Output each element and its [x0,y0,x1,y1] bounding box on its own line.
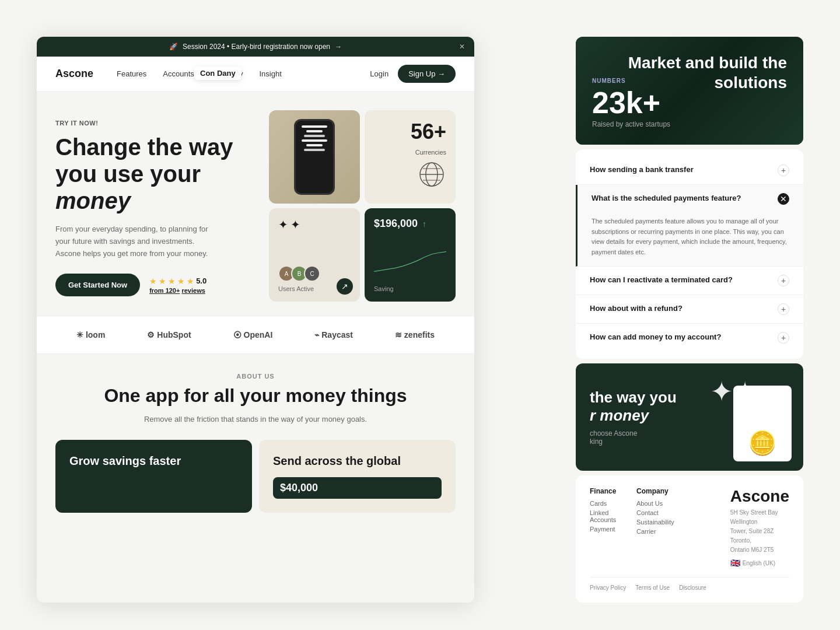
terms-link[interactable]: Terms of Use [635,584,670,591]
hero-tag: TRY IT NOW! [55,120,255,127]
faq-toggle-1[interactable]: + [778,164,789,176]
partner-openai: ⦿ OpenAI [233,330,273,340]
currencies-number: 56+ [411,120,446,144]
card-users: ✦ ✦ A B C Users Active ↗ [269,208,360,302]
mid-banner-text: the way you r money choose Ascone king [590,388,677,446]
faq-toggle-3[interactable]: + [778,275,789,286]
users-label: Users Active [278,285,314,292]
faq-toggle-4[interactable]: + [778,303,789,315]
about-description: Remove all the friction that stands in t… [139,414,372,426]
star-1: ★ [149,276,157,286]
privacy-policy-link[interactable]: Privacy Policy [590,584,626,591]
rating-block: ★ ★ ★ ★ ★ 5.0 from 120+ reviews [149,276,206,294]
footer-link-linked[interactable]: Linked Accounts [590,509,627,523]
login-button[interactable]: Login [370,69,388,78]
partners-bar: ✳ loom ⚙ HubSpot ⦿ OpenAI ⌁ Raycast ≋ ze… [37,316,474,354]
globe-icon [417,160,446,194]
screen-line-6 [304,149,325,151]
language-badge[interactable]: 🇬🇧 English (UK) [730,558,789,568]
stars: ★ ★ ★ ★ ★ 5.0 [149,276,206,286]
disclosure-link[interactable]: Disclosure [679,584,706,591]
footer-col-finance: Finance Cards Linked Accounts Payment [590,487,627,568]
faq-section: How sending a bank transfer + What is th… [576,149,803,358]
partner-zenefits: ≋ zenefits [395,330,435,340]
rating-sub: from 120+ reviews [149,287,206,294]
footer-logo: Ascone [730,487,789,506]
sparkle-icons: ✦ ✦ [278,218,300,232]
coins-icon: 🪙 [748,429,777,457]
hero-left: TRY IT NOW! Change the way you use your … [55,110,255,302]
faq-toggle-2[interactable]: ✕ [778,193,789,205]
faq-question-5: How can add money to my account? [590,332,771,342]
rating-score: 5.0 [196,276,206,285]
hero-section: TRY IT NOW! Change the way you use your … [37,92,474,316]
get-started-button[interactable]: Get Started Now [55,274,140,296]
faq-item-2: What is the scheduled payments feature? … [576,185,803,266]
hero-cards: 56+ Currencies ✦ ✦ [269,110,456,302]
up-arrow-icon: ↑ [422,219,426,229]
about-title: One app for all your money things [55,384,456,407]
hero-title: Change the way you use your money [55,134,255,214]
faq-item-1: How sending a bank transfer + [576,156,803,185]
screen-line-5 [306,144,323,146]
mid-banner: the way you r money choose Ascone king ✦… [576,363,803,471]
footer-link-payment[interactable]: Payment [590,526,627,533]
nav-links: Features Accounts Company Insight [117,69,370,78]
card-currencies: 56+ Currencies [365,110,456,204]
faq-question-2: What is the scheduled payments feature? [592,193,778,205]
star-4: ★ [177,276,185,286]
sparkle-1: ✦ [278,218,288,232]
footer-address: 5H Sky Street Bay WellingtonTower, Suite… [730,508,789,555]
feature-savings-title: Grow savings faster [69,454,238,468]
partner-raycast: ⌁ Raycast [314,330,353,340]
star-5: ★ [187,276,194,286]
reviews-link[interactable]: reviews [181,287,205,294]
faq-item-4: How about with a refund? + [576,295,803,324]
nav-insight[interactable]: Insight [259,69,281,78]
footer-link-about[interactable]: About Us [636,500,674,507]
right-panel: Market and build the solutions NUMBERS 2… [576,37,803,603]
hero-description: From your everyday spending, to planning… [55,223,219,260]
feature-send-title: Send across the global [273,454,442,468]
mid-banner-subtitle-1: choose Ascone [590,429,677,438]
user-avatars: A B C [278,265,317,282]
footer-link-contact[interactable]: Contact [636,509,674,516]
card-phone [269,110,360,204]
announcement-text: Session 2024 • Early-bird registration n… [183,43,330,51]
faq-toggle-5[interactable]: + [778,332,789,344]
nav-features[interactable]: Features [117,69,146,78]
cta-row: Get Started Now ★ ★ ★ ★ ★ 5.0 from 120+ … [55,274,255,296]
arrow-button[interactable]: ↗ [337,278,353,295]
card-saving: $196,000 ↑ Saving [365,208,456,302]
money-card: 🪙 [733,386,792,461]
saving-amount: $196,000 [374,218,418,230]
sparkle-2: ✦ [290,218,300,232]
footer-company-title: Company [636,487,674,495]
screen-line-3 [304,135,325,137]
features-row: Grow savings faster Send across the glob… [55,440,456,513]
about-tag: ABOUT US [55,373,456,380]
footer-bottom: Privacy Policy Terms of Use Disclosure [590,584,789,591]
footer-link-carrier[interactable]: Carrier [636,528,674,535]
faq-question-3: How can I reactivate a terminated card? [590,275,771,285]
partner-loom: ✳ loom [76,330,105,340]
about-section: ABOUT US One app for all your money thin… [37,354,474,522]
nav-accounts[interactable]: Accounts [163,69,194,78]
saving-chart [374,230,446,283]
footer-link-cards[interactable]: Cards [590,500,627,507]
screen-line-2 [306,130,323,132]
footer-section: Finance Cards Linked Accounts Payment Co… [576,475,803,603]
announcement-bar: 🚀 Session 2024 • Early-bird registration… [37,37,474,57]
star-3: ★ [168,276,176,286]
star-2: ★ [159,276,166,286]
top-banner: Market and build the solutions NUMBERS 2… [576,37,803,145]
close-icon[interactable]: ✕ [459,43,465,51]
logo[interactable]: Ascone [55,68,93,80]
signup-button[interactable]: Sign Up → [398,65,456,83]
footer-link-sustainability[interactable]: Sustainability [636,519,674,526]
phone-image [269,110,360,204]
avatar-3: C [304,265,320,282]
announcement-arrow: → [335,43,342,51]
saving-label: Saving [374,285,446,292]
mid-banner-title: the way you r money [590,388,677,425]
